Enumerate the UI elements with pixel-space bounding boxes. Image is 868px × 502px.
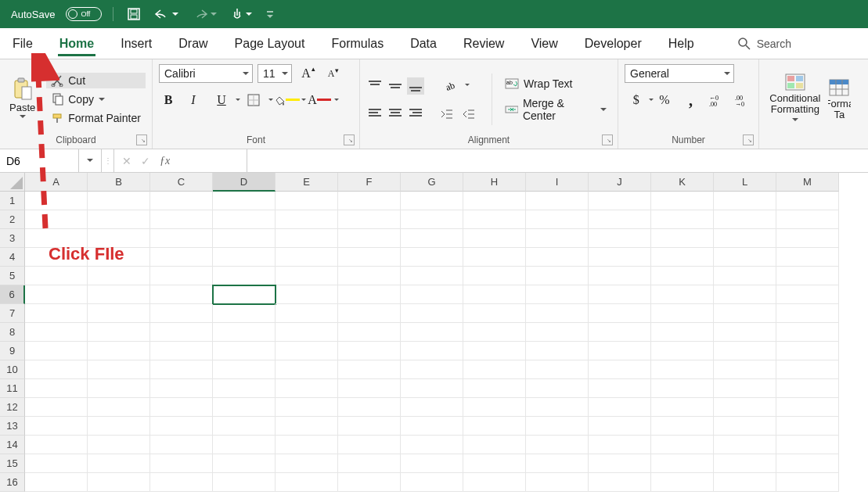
- cell[interactable]: [776, 323, 839, 342]
- cell[interactable]: [714, 323, 776, 342]
- tab-review[interactable]: Review: [462, 32, 506, 56]
- row-header[interactable]: 15: [0, 454, 25, 473]
- cell[interactable]: [338, 360, 401, 379]
- cell[interactable]: [88, 192, 150, 210]
- cell[interactable]: [714, 398, 776, 417]
- cell[interactable]: [338, 229, 401, 248]
- cell[interactable]: [526, 342, 589, 360]
- cell[interactable]: [526, 379, 589, 398]
- cell[interactable]: [25, 379, 88, 398]
- cell[interactable]: [651, 285, 714, 304]
- row-header[interactable]: 12: [0, 398, 25, 417]
- cell[interactable]: [150, 323, 213, 342]
- cell[interactable]: [401, 454, 463, 473]
- tab-insert[interactable]: Insert: [119, 32, 153, 56]
- cell[interactable]: [401, 417, 463, 436]
- cell[interactable]: [150, 285, 213, 304]
- cell[interactable]: [25, 267, 88, 285]
- cell[interactable]: [213, 473, 276, 492]
- cell[interactable]: [776, 229, 839, 248]
- cell[interactable]: [589, 192, 651, 210]
- cell[interactable]: [463, 473, 526, 492]
- column-header[interactable]: D: [213, 173, 276, 192]
- cell[interactable]: [401, 360, 463, 379]
- cell[interactable]: [526, 248, 589, 267]
- customize-qat-icon[interactable]: [263, 9, 277, 20]
- cell[interactable]: [463, 360, 526, 379]
- tab-home[interactable]: Home: [58, 32, 95, 56]
- column-header[interactable]: L: [714, 173, 776, 192]
- cell[interactable]: [714, 360, 776, 379]
- increase-indent-button[interactable]: [460, 106, 477, 123]
- cell[interactable]: [526, 267, 589, 285]
- merge-center-button[interactable]: Merge & Center: [500, 94, 611, 125]
- cell[interactable]: [401, 285, 463, 304]
- cell[interactable]: [150, 454, 213, 473]
- decrease-font-button[interactable]: A▾: [320, 64, 339, 83]
- name-box-dropdown[interactable]: [78, 149, 101, 172]
- cell[interactable]: [463, 379, 526, 398]
- cell[interactable]: [276, 248, 338, 267]
- row-header[interactable]: 11: [0, 379, 25, 398]
- row-header[interactable]: 2: [0, 210, 25, 229]
- comma-format-button[interactable]: ,: [682, 91, 700, 109]
- cell[interactable]: [401, 473, 463, 492]
- cell[interactable]: [213, 267, 276, 285]
- cell[interactable]: [651, 436, 714, 454]
- cell[interactable]: [401, 210, 463, 229]
- font-launcher[interactable]: ↘: [344, 134, 355, 145]
- cell[interactable]: [276, 323, 338, 342]
- cell[interactable]: [88, 360, 150, 379]
- cell[interactable]: [338, 436, 401, 454]
- cell[interactable]: [776, 285, 839, 304]
- cell[interactable]: [25, 360, 88, 379]
- column-header[interactable]: F: [338, 173, 401, 192]
- touch-mode-icon[interactable]: [228, 5, 255, 23]
- cell[interactable]: [213, 454, 276, 473]
- cell[interactable]: [150, 229, 213, 248]
- cell[interactable]: [338, 248, 401, 267]
- cell[interactable]: [589, 342, 651, 360]
- cell[interactable]: [213, 229, 276, 248]
- cell[interactable]: [338, 473, 401, 492]
- cell[interactable]: [401, 192, 463, 210]
- cell[interactable]: [651, 473, 714, 492]
- cell[interactable]: [150, 379, 213, 398]
- row-header[interactable]: 7: [0, 304, 25, 323]
- tell-me-search[interactable]: Search: [738, 38, 791, 50]
- cell[interactable]: [463, 248, 526, 267]
- cell[interactable]: [589, 454, 651, 473]
- cell[interactable]: [150, 210, 213, 229]
- cell[interactable]: [276, 229, 338, 248]
- cell[interactable]: [276, 304, 338, 323]
- cell[interactable]: [338, 304, 401, 323]
- cell[interactable]: [651, 454, 714, 473]
- cell[interactable]: [338, 454, 401, 473]
- cell[interactable]: [88, 304, 150, 323]
- cut-button[interactable]: Cut: [46, 73, 146, 88]
- cell[interactable]: [651, 398, 714, 417]
- cell[interactable]: [526, 192, 589, 210]
- cell[interactable]: [150, 398, 213, 417]
- cell[interactable]: [150, 192, 213, 210]
- tab-page-layout[interactable]: Page Layout: [233, 32, 307, 56]
- cell[interactable]: [651, 304, 714, 323]
- cell[interactable]: [338, 210, 401, 229]
- cell[interactable]: [526, 323, 589, 342]
- row-header[interactable]: 9: [0, 342, 25, 360]
- cell[interactable]: [338, 398, 401, 417]
- cell[interactable]: [401, 267, 463, 285]
- cell[interactable]: [213, 248, 276, 267]
- cell[interactable]: [150, 360, 213, 379]
- cell[interactable]: [463, 342, 526, 360]
- column-header[interactable]: G: [401, 173, 463, 192]
- cell[interactable]: [213, 342, 276, 360]
- align-top-button[interactable]: [366, 77, 384, 95]
- worksheet-grid[interactable]: 12345678910111213141516 ABCDEFGHIJKLM: [0, 173, 868, 502]
- orientation-button[interactable]: ab: [438, 76, 463, 95]
- cell[interactable]: [589, 360, 651, 379]
- formula-bar-expand[interactable]: ⋮: [102, 149, 114, 172]
- cell[interactable]: [651, 379, 714, 398]
- cell[interactable]: [150, 417, 213, 436]
- cell[interactable]: [25, 342, 88, 360]
